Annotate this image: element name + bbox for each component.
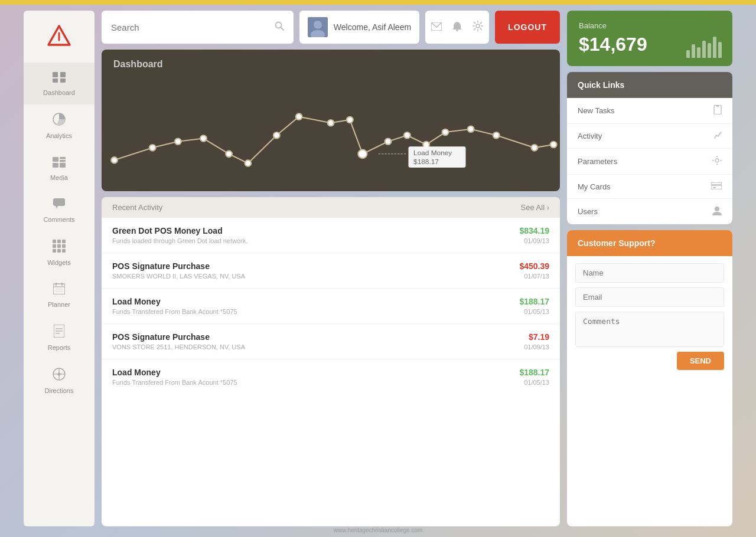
logo[interactable] (46, 22, 72, 51)
header: Welcome, Asif Aleem LOGOUT (102, 11, 560, 44)
quick-link-item[interactable]: My Cards (567, 175, 732, 199)
quick-link-item[interactable]: New Tasks (567, 98, 732, 124)
svg-rect-19 (62, 244, 66, 248)
activity-subtitle: SMOKERS WORLD II, LAS VEGAS, NV, USA (112, 273, 245, 280)
balance-bar (686, 50, 690, 58)
see-all-link[interactable]: See All › (521, 203, 549, 212)
activity-section: Recent Activity See All › Green Dot POS … (102, 197, 560, 526)
svg-rect-3 (60, 72, 66, 77)
svg-point-57 (404, 132, 410, 139)
right-sidebar: Balance $14,679 Quick Links New Tasks Ac… (567, 11, 732, 526)
sidebar-item-media[interactable]: Media (24, 148, 94, 189)
svg-rect-8 (60, 157, 66, 159)
logout-button[interactable]: LOGOUT (495, 11, 560, 44)
analytics-icon (53, 113, 66, 129)
quick-link-icon (712, 206, 722, 217)
activity-left: Load Money Funds Transfered From Bank Ac… (112, 297, 237, 315)
welcome-text: Welcome, Asif Aleem (334, 22, 411, 32)
svg-point-44 (476, 24, 480, 28)
activity-right: $188.17 01/05/13 (519, 297, 549, 315)
quick-link-item[interactable]: Activity (567, 124, 732, 149)
activity-right: $450.39 01/07/13 (519, 261, 549, 280)
svg-point-46 (149, 145, 156, 151)
activity-right: $834.19 01/09/13 (519, 226, 549, 244)
sidebar-item-directions[interactable]: Directions (24, 359, 94, 402)
svg-point-49 (226, 151, 232, 158)
activity-subtitle: Funds Transfered From Bank Acount *5075 (112, 308, 237, 315)
svg-rect-21 (57, 249, 61, 253)
comments-icon (53, 198, 66, 213)
quick-link-item[interactable]: Parameters (567, 149, 732, 175)
support-email-input[interactable] (575, 287, 724, 307)
search-input[interactable] (111, 22, 269, 32)
sidebar-item-dashboard[interactable]: Dashboard (24, 63, 94, 104)
svg-marker-13 (56, 206, 58, 208)
customer-support-card: Customer Support? SEND (567, 230, 732, 526)
quick-link-label: Activity (578, 132, 602, 140)
sidebar-item-label-media: Media (50, 174, 68, 181)
activity-date: 01/05/13 (519, 379, 549, 386)
svg-point-70 (715, 159, 719, 162)
sidebar-item-label-analytics: Analytics (46, 132, 72, 139)
svg-line-38 (281, 28, 284, 31)
quick-link-icon (711, 182, 722, 191)
activity-title: POS Signature Purchase (112, 261, 245, 271)
balance-bar (713, 37, 716, 58)
quick-links-header: Quick Links (567, 72, 732, 98)
svg-rect-12 (53, 198, 65, 206)
sidebar-item-comments[interactable]: Comments (24, 189, 94, 231)
svg-rect-43 (456, 30, 458, 31)
activity-left: Load Money Funds Transfered From Bank Ac… (112, 368, 237, 386)
activity-title: Load Money (112, 368, 237, 377)
svg-rect-9 (60, 160, 66, 162)
activity-amount: $188.17 (519, 368, 549, 377)
svg-rect-5 (60, 78, 66, 83)
activity-row: Load Money Funds Transfered From Bank Ac… (102, 359, 560, 394)
balance-bar (692, 44, 695, 58)
app-container: Dashboard Analytics Media Comments Widge (24, 11, 732, 526)
planner-icon (53, 283, 65, 298)
sidebar-item-analytics[interactable]: Analytics (24, 104, 94, 148)
svg-rect-2 (53, 72, 58, 77)
search-bar (102, 11, 294, 44)
quick-link-label: Users (578, 207, 598, 216)
header-icons (425, 11, 489, 44)
quick-link-icon (713, 105, 722, 116)
mail-icon[interactable] (431, 21, 442, 34)
activity-title: POS Signature Purchase (112, 332, 245, 342)
activity-list: Green Dot POS Money Load Funds loaded th… (102, 218, 560, 526)
activity-header: Recent Activity See All › (102, 197, 560, 218)
sidebar-item-label-widgets: Widgets (47, 259, 71, 266)
activity-date: 01/05/13 (519, 308, 549, 315)
settings-icon[interactable] (472, 21, 483, 34)
activity-header-title: Recent Activity (112, 203, 162, 212)
svg-point-40 (314, 21, 322, 29)
sidebar-item-reports[interactable]: Reports (24, 316, 94, 359)
svg-rect-4 (53, 78, 58, 83)
support-comments-input[interactable] (575, 312, 724, 347)
svg-rect-15 (57, 240, 61, 243)
svg-rect-72 (711, 184, 722, 186)
svg-point-64 (358, 149, 367, 158)
balance-bar (708, 43, 711, 58)
send-button[interactable]: SEND (677, 352, 724, 370)
sidebar-item-planner[interactable]: Planner (24, 274, 94, 316)
balance-label: Balance (579, 21, 721, 30)
support-name-input[interactable] (575, 263, 724, 283)
sidebar-item-label-dashboard: Dashboard (43, 89, 75, 96)
svg-rect-14 (53, 240, 56, 243)
svg-point-59 (442, 129, 449, 136)
svg-text:Load Money: Load Money (413, 149, 452, 156)
activity-row: POS Signature Purchase SMOKERS WORLD II,… (102, 253, 560, 289)
support-send-row: SEND (575, 352, 724, 370)
search-icon (275, 21, 284, 33)
quick-link-item[interactable]: Users (567, 199, 732, 224)
activity-row: Green Dot POS Money Load Funds loaded th… (102, 218, 560, 253)
activity-left: POS Signature Purchase SMOKERS WORLD II,… (112, 261, 245, 280)
bell-icon[interactable] (452, 21, 462, 34)
sidebar: Dashboard Analytics Media Comments Widge (24, 11, 94, 526)
sidebar-item-widgets[interactable]: Widgets (24, 231, 94, 274)
activity-title: Load Money (112, 297, 237, 306)
balance-card: Balance $14,679 (567, 11, 732, 66)
activity-right: $7.19 01/09/13 (524, 332, 549, 351)
